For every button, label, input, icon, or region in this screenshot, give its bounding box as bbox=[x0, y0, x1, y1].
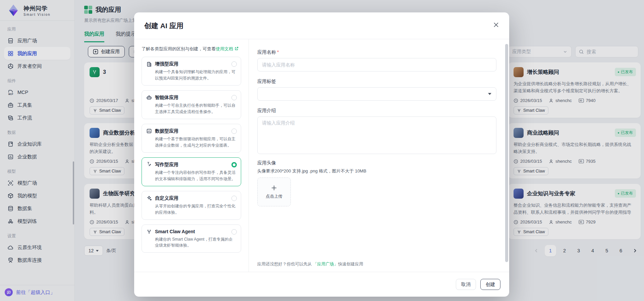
external-link-icon bbox=[234, 47, 238, 51]
avatar-hint: 头像要求200*200 支持.jpg .png 格式，图片不大于 10MB bbox=[257, 168, 496, 174]
type-desc: 构建一个具备知识理解与处理能力的应用，可以预览AI回复问答的溯源文件。 bbox=[155, 69, 236, 82]
chart-icon bbox=[146, 128, 152, 134]
required-asterisk: * bbox=[277, 49, 279, 55]
upload-label: 点击上传 bbox=[266, 194, 282, 199]
type-card-custom[interactable]: 自定义应用 从零开始创建你的专属应用，打造完全个性化的应用体验。 bbox=[142, 191, 241, 220]
type-desc: 从零开始创建你的专属应用，打造完全个性化的应用体验。 bbox=[155, 203, 236, 216]
radio-selected[interactable] bbox=[231, 162, 237, 167]
create-app-modal: 创建 AI 应用 了解各类型应用的区别与创建，可查看使用文档 增强型应用 构建一… bbox=[134, 12, 509, 297]
type-desc: 构建一个专注内容创作的写作助手，具备灵活的文本编辑和排版能力，适用不同写作场景。 bbox=[155, 169, 236, 182]
avatar-upload-box[interactable]: 点击上传 bbox=[257, 178, 291, 206]
modal-title: 创建 AI 应用 bbox=[144, 21, 499, 31]
close-icon[interactable] bbox=[492, 21, 500, 29]
radio-unselected[interactable] bbox=[231, 95, 237, 100]
type-name: 智能体应用 bbox=[155, 95, 178, 101]
radio-unselected[interactable] bbox=[231, 196, 237, 201]
name-field-label: 应用名称* bbox=[257, 49, 496, 55]
robot-icon bbox=[146, 95, 152, 100]
type-help-text: 了解各类型应用的区别与创建，可查看使用文档 bbox=[142, 46, 241, 52]
type-name: Smart Claw Agent bbox=[155, 229, 195, 234]
intro-field-label: 应用介绍 bbox=[257, 108, 496, 114]
type-name: 写作型应用 bbox=[155, 162, 178, 168]
app-intro-textarea[interactable] bbox=[257, 116, 496, 154]
docs-link[interactable]: 使用文档 bbox=[216, 46, 233, 51]
app-name-input[interactable] bbox=[257, 58, 496, 71]
type-card-data[interactable]: 数据型应用 构建一个基于数据驱动的智能应用，可以自主选择企业数据，生成与之对应的… bbox=[142, 124, 241, 153]
app-form-panel: 应用名称* 应用标签 应用介绍 应用头像 头像要求200*200 支持.jpg … bbox=[249, 39, 509, 272]
type-card-agent[interactable]: 智能体应用 构建一个可自主执行任务的智能助手，可以自主选择工具完成全流程任务操作… bbox=[142, 90, 241, 119]
modal-scrollbar[interactable] bbox=[505, 44, 508, 262]
app-market-link[interactable]: 「应用广场」 bbox=[313, 262, 338, 266]
tag-field-label: 应用标签 bbox=[257, 79, 496, 85]
type-card-writing[interactable]: 写作型应用 构建一个专注内容创作的写作助手，具备灵活的文本编辑和排版能力，适用不… bbox=[142, 157, 241, 186]
modal-footer-hint: 应用还没想好？你也可以先从 「应用广场」快速创建应用 bbox=[257, 257, 496, 267]
type-desc: 构建你的 Smart Claw Agent，打造专属的企业级龙虾智能体验。 bbox=[155, 236, 236, 249]
type-card-smart-claw[interactable]: Smart Claw Agent 构建你的 Smart Claw Agent，打… bbox=[142, 224, 241, 253]
type-name: 增强型应用 bbox=[155, 61, 178, 67]
avatar-field-label: 应用头像 bbox=[257, 160, 496, 166]
building-icon bbox=[146, 61, 152, 67]
app-tag-select[interactable] bbox=[257, 87, 496, 101]
cancel-button[interactable]: 取消 bbox=[456, 279, 476, 290]
writing-icon bbox=[146, 162, 152, 167]
type-name: 自定义应用 bbox=[155, 195, 178, 201]
type-card-enhanced[interactable]: 增强型应用 构建一个具备知识理解与处理能力的应用，可以预览AI回复问答的溯源文件… bbox=[142, 57, 241, 86]
radio-unselected[interactable] bbox=[231, 129, 237, 134]
select-caret-icon bbox=[488, 93, 491, 95]
radio-unselected[interactable] bbox=[231, 61, 237, 67]
claw-icon bbox=[146, 229, 152, 235]
type-name: 数据型应用 bbox=[155, 128, 178, 134]
sparkle-icon bbox=[146, 195, 152, 201]
plus-icon bbox=[271, 185, 277, 191]
create-button[interactable]: 创建 bbox=[480, 279, 500, 290]
type-desc: 构建一个基于数据驱动的智能应用，可以自主选择企业数据，生成与之对应的专业图表。 bbox=[155, 136, 236, 149]
type-desc: 构建一个可自主执行任务的智能助手，可以自主选择工具完成全流程任务操作。 bbox=[155, 102, 236, 115]
app-type-panel: 了解各类型应用的区别与创建，可查看使用文档 增强型应用 构建一个具备知识理解与处… bbox=[134, 39, 249, 272]
radio-unselected[interactable] bbox=[231, 229, 237, 235]
